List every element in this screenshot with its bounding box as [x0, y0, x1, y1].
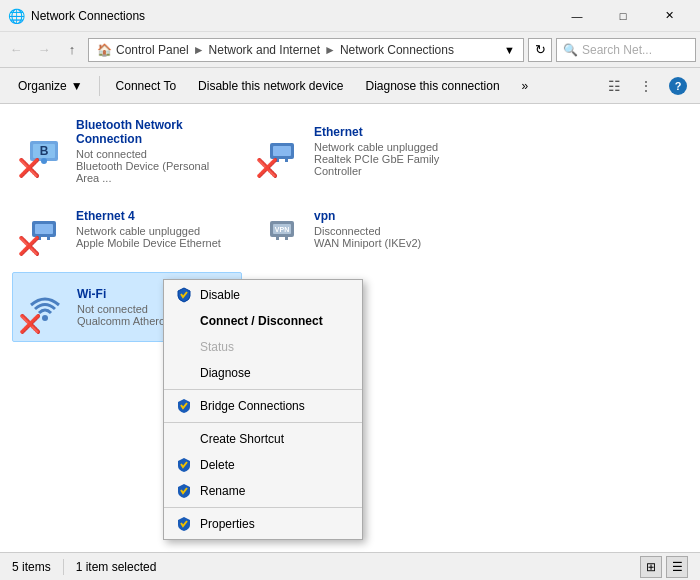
- path-sep-2: ►: [324, 43, 336, 57]
- search-placeholder: Search Net...: [582, 43, 652, 57]
- minimize-button[interactable]: —: [554, 0, 600, 32]
- toolbar-right: ☷ ⋮ ?: [600, 72, 692, 100]
- context-menu-sep-2: [164, 422, 362, 423]
- create-shortcut-label: Create Shortcut: [200, 432, 284, 446]
- bluetooth-icon-wrapper: B ❌: [20, 127, 68, 175]
- help-icon: ?: [669, 77, 687, 95]
- network-item-bluetooth[interactable]: B ❌ Bluetooth Network Connection Not con…: [12, 116, 242, 186]
- ethernet4-item-desc: Apple Mobile Device Ethernet: [76, 237, 234, 249]
- context-menu-create-shortcut[interactable]: Create Shortcut: [164, 426, 362, 452]
- ethernet-item-text: Ethernet Network cable unplugged Realtek…: [314, 125, 472, 177]
- path-segment-2: Network and Internet: [209, 43, 320, 57]
- view-options-button[interactable]: ☷: [600, 72, 628, 100]
- svg-point-2: [41, 158, 47, 164]
- toolbar: Organize ▼ Connect To Disable this netwo…: [0, 68, 700, 104]
- context-menu-properties[interactable]: Properties: [164, 511, 362, 537]
- ethernet-icon-wrapper: ❌: [258, 127, 306, 175]
- context-menu-connect[interactable]: Connect / Disconnect: [164, 308, 362, 334]
- search-box[interactable]: 🔍 Search Net...: [556, 38, 696, 62]
- vpn-item-text: vpn Disconnected WAN Miniport (IKEv2): [314, 209, 472, 249]
- toolbar-separator-1: [99, 76, 100, 96]
- status-label: Status: [200, 340, 234, 354]
- context-menu-delete[interactable]: Delete: [164, 452, 362, 478]
- svg-text:B: B: [40, 144, 49, 158]
- diagnose-label: Diagnose: [200, 366, 251, 380]
- selected-count: 1 item selected: [76, 560, 157, 574]
- connect-to-button[interactable]: Connect To: [106, 72, 187, 100]
- vpn-item-desc: WAN Miniport (IKEv2): [314, 237, 472, 249]
- status-large-icons-button[interactable]: ⊞: [640, 556, 662, 578]
- path-dropdown-button[interactable]: ▼: [504, 44, 515, 56]
- ethernet4-item-text: Ethernet 4 Network cable unplugged Apple…: [76, 209, 234, 249]
- delete-label: Delete: [200, 458, 235, 472]
- path-segment-1: Control Panel: [116, 43, 189, 57]
- refresh-button[interactable]: ↻: [528, 38, 552, 62]
- network-item-ethernet[interactable]: ❌ Ethernet Network cable unplugged Realt…: [250, 116, 480, 186]
- diagnose-button[interactable]: Diagnose this connection: [356, 72, 510, 100]
- properties-label: Properties: [200, 517, 255, 531]
- network-item-vpn[interactable]: VPN vpn Disconnected WAN Miniport (IKEv2…: [250, 194, 480, 264]
- ethernet4-icon-wrapper: ❌: [20, 205, 68, 253]
- path-sep-1: ►: [193, 43, 205, 57]
- context-menu: Disable Connect / Disconnect Status Diag…: [163, 279, 363, 540]
- svg-rect-11: [47, 235, 50, 240]
- window-title: Network Connections: [31, 9, 554, 23]
- shield-properties-icon: [176, 516, 192, 532]
- forward-button[interactable]: →: [32, 38, 56, 62]
- vpn-icon-wrapper: VPN: [258, 205, 306, 253]
- more-button[interactable]: »: [512, 72, 539, 100]
- address-path[interactable]: 🏠 Control Panel ► Network and Internet ►…: [88, 38, 524, 62]
- disable-device-button[interactable]: Disable this network device: [188, 72, 353, 100]
- context-menu-diagnose[interactable]: Diagnose: [164, 360, 362, 386]
- vpn-item-name: vpn: [314, 209, 472, 223]
- items-count: 5 items: [12, 560, 51, 574]
- ethernet-item-status: Network cable unplugged: [314, 141, 472, 153]
- status-placeholder-icon: [176, 339, 192, 355]
- bluetooth-item-text: Bluetooth Network Connection Not connect…: [76, 118, 234, 184]
- organize-label: Organize: [18, 79, 67, 93]
- help-button[interactable]: ?: [664, 72, 692, 100]
- svg-rect-14: [276, 235, 279, 240]
- ethernet4-item-status: Network cable unplugged: [76, 225, 234, 237]
- maximize-button[interactable]: □: [600, 0, 646, 32]
- svg-rect-7: [285, 157, 288, 162]
- svg-rect-5: [273, 146, 291, 156]
- title-bar: 🌐 Network Connections — □ ✕: [0, 0, 700, 32]
- context-menu-rename[interactable]: Rename: [164, 478, 362, 504]
- ethernet-item-name: Ethernet: [314, 125, 472, 139]
- more-icon: »: [522, 79, 529, 93]
- error-badge: ❌: [18, 159, 40, 177]
- rename-label: Rename: [200, 484, 245, 498]
- window-icon: 🌐: [8, 8, 25, 24]
- connect-to-label: Connect To: [116, 79, 177, 93]
- back-button[interactable]: ←: [4, 38, 28, 62]
- shield-delete-icon: [176, 457, 192, 473]
- diagnose-label: Diagnose this connection: [366, 79, 500, 93]
- search-icon: 🔍: [563, 43, 578, 57]
- ethernet-item-desc: Realtek PCIe GbE Family Controller: [314, 153, 472, 177]
- path-icon: 🏠: [97, 43, 112, 57]
- address-bar: ← → ↑ 🏠 Control Panel ► Network and Inte…: [0, 32, 700, 68]
- close-button[interactable]: ✕: [646, 0, 692, 32]
- svg-rect-9: [35, 224, 53, 234]
- organize-button[interactable]: Organize ▼: [8, 72, 93, 100]
- window-controls: — □ ✕: [554, 0, 692, 32]
- status-list-button[interactable]: ☰: [666, 556, 688, 578]
- ethernet4-error-badge: ❌: [18, 237, 40, 255]
- shield-bridge-icon: [176, 398, 192, 414]
- svg-point-17: [42, 315, 48, 321]
- vpn-icon: VPN: [264, 211, 300, 247]
- path-segment-3: Network Connections: [340, 43, 454, 57]
- bridge-label: Bridge Connections: [200, 399, 305, 413]
- up-button[interactable]: ↑: [60, 38, 84, 62]
- network-item-ethernet4[interactable]: ❌ Ethernet 4 Network cable unplugged App…: [12, 194, 242, 264]
- disable-device-label: Disable this network device: [198, 79, 343, 93]
- connect-label: Connect / Disconnect: [200, 314, 323, 328]
- status-bar: 5 items 1 item selected ⊞ ☰: [0, 552, 700, 580]
- context-menu-bridge[interactable]: Bridge Connections: [164, 393, 362, 419]
- diagnose-placeholder-icon: [176, 365, 192, 381]
- context-menu-disable[interactable]: Disable: [164, 282, 362, 308]
- organize-chevron-icon: ▼: [71, 79, 83, 93]
- view-toggle-button[interactable]: ⋮: [632, 72, 660, 100]
- context-menu-status[interactable]: Status: [164, 334, 362, 360]
